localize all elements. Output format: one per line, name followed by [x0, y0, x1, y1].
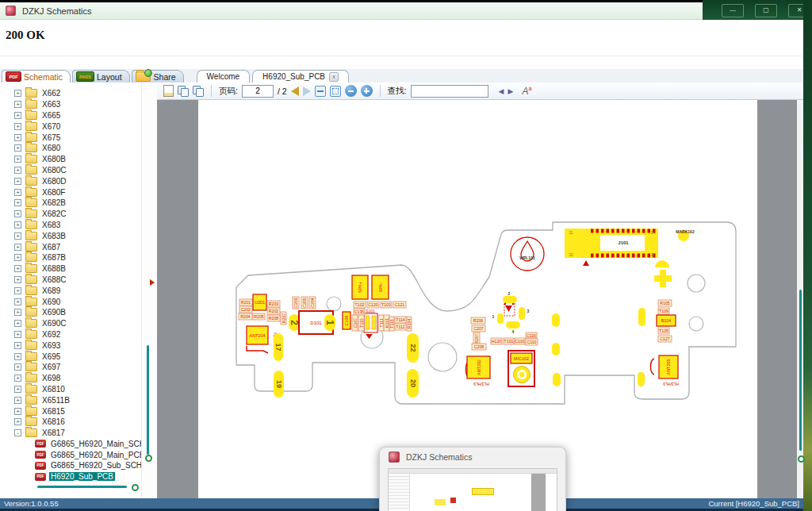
tree-folder-X690B[interactable]: +X690B	[0, 307, 141, 318]
tree-folder-X689[interactable]: +X689	[0, 285, 141, 296]
page-setup-icon[interactable]	[163, 85, 174, 97]
expand-icon[interactable]: +	[14, 298, 21, 305]
tree-doc-G6865_H6920_Sub_SCH[interactable]: PDFG6865_H6920_Sub_SCH	[0, 460, 141, 471]
next-page-icon[interactable]	[303, 86, 311, 96]
fit-width-icon[interactable]	[315, 86, 326, 97]
expand-icon[interactable]: +	[14, 408, 21, 415]
tree-folder-X688C[interactable]: +X688C	[0, 275, 141, 286]
tree-folder-X682C[interactable]: +X682C	[0, 209, 141, 220]
expand-icon[interactable]: +	[14, 397, 21, 404]
tree-folder-X680F[interactable]: +X680F	[0, 186, 141, 198]
expand-icon[interactable]: +	[14, 418, 21, 425]
tree-folder-X687B[interactable]: +X687B	[0, 252, 141, 263]
expand-icon[interactable]: +	[14, 331, 21, 338]
tree-folder-X662[interactable]: +X662	[0, 88, 141, 99]
expand-icon[interactable]: +	[14, 90, 21, 97]
tree-vertical-scrollbar[interactable]	[147, 345, 149, 455]
tree-folder-X695[interactable]: +X695	[0, 351, 141, 362]
tree-folder-X665[interactable]: +X665	[0, 110, 141, 121]
taskbar-preview-popup[interactable]: DZKJ Schematics	[379, 447, 566, 511]
maximize-button[interactable]: ▢	[755, 4, 777, 17]
previous-page-icon[interactable]	[291, 86, 299, 96]
minimize-button[interactable]: —	[722, 4, 744, 17]
tree-folder-X693[interactable]: +X693	[0, 340, 141, 351]
expand-icon[interactable]: +	[14, 375, 21, 382]
expand-icon[interactable]: +	[14, 363, 21, 371]
tab-share[interactable]: Share	[132, 70, 184, 83]
tree-folder-X6817[interactable]: -X6817	[0, 428, 141, 439]
tree-folder-X6815[interactable]: +X6815	[0, 405, 141, 417]
copy-page-icon[interactable]	[178, 86, 189, 96]
tree-folder-X682B[interactable]: +X682B	[0, 198, 141, 209]
tree-folder-X663[interactable]: +X663	[0, 99, 141, 110]
panel-collapse-arrow-icon[interactable]	[150, 279, 155, 286]
expand-icon[interactable]: +	[14, 156, 21, 163]
page-number-input[interactable]	[242, 85, 274, 98]
expand-icon[interactable]: +	[14, 320, 21, 327]
expand-icon[interactable]: +	[14, 232, 21, 240]
tree-folder-X688B[interactable]: +X688B	[0, 263, 141, 275]
tree-folder-X698[interactable]: +X698	[0, 373, 141, 384]
tree-folder-X697[interactable]: +X697	[0, 362, 141, 373]
tree-folder-X670[interactable]: +X670	[0, 121, 141, 132]
expand-icon[interactable]: +	[14, 287, 21, 294]
tab-schematic[interactable]: PDF Schematic	[2, 70, 71, 83]
tree-folder-X675[interactable]: +X675	[0, 132, 141, 143]
snapshot-icon[interactable]	[193, 86, 204, 96]
zoom-in-icon[interactable]	[361, 85, 373, 97]
find-previous-icon[interactable]: ◀	[499, 87, 504, 95]
expand-icon[interactable]: +	[14, 134, 21, 141]
expand-icon[interactable]: +	[14, 386, 21, 393]
find-input[interactable]	[411, 85, 488, 98]
expand-icon[interactable]: +	[14, 309, 21, 316]
doc-tab-h6920-sub-pcb[interactable]: H6920_Sub_PCB x	[252, 70, 349, 83]
canvas-vertical-scrollbar[interactable]	[799, 290, 802, 451]
expand-icon[interactable]: +	[14, 353, 21, 360]
expand-icon[interactable]: +	[14, 101, 21, 108]
tree-horizontal-scrollbar[interactable]	[37, 486, 127, 488]
tree-folder-X6810[interactable]: +X6810	[0, 384, 141, 395]
tree-folder-X680D[interactable]: +X680D	[0, 175, 141, 186]
tree-folder-X687[interactable]: +X687	[0, 241, 141, 252]
expand-icon[interactable]: +	[14, 342, 21, 349]
tree-folder-X692[interactable]: +X692	[0, 329, 141, 340]
document-canvas[interactable]: R201C202R204R205U201R203R202R208R207C203…	[157, 100, 797, 498]
collapse-icon[interactable]: -	[14, 429, 21, 436]
tree-hscroll-dot[interactable]	[132, 484, 139, 491]
tree-doc-G6865_H6920_Main_SCH[interactable]: PDFG6865_H6920_Main_SCH	[0, 439, 141, 450]
tree-folder-X683[interactable]: +X683	[0, 220, 141, 231]
tab-layout[interactable]: PADS Layout	[72, 70, 130, 83]
expand-icon[interactable]: +	[14, 112, 21, 119]
fit-page-icon[interactable]	[330, 86, 341, 97]
expand-icon[interactable]: +	[14, 276, 21, 283]
close-tab-icon[interactable]: x	[329, 72, 339, 82]
expand-icon[interactable]: +	[14, 199, 21, 206]
tree-scroll-dot[interactable]	[145, 455, 152, 462]
zoom-out-icon[interactable]	[345, 85, 357, 97]
expand-icon[interactable]: +	[14, 221, 21, 229]
doc-tab-welcome[interactable]: Welcome	[197, 70, 251, 83]
expand-icon[interactable]: +	[14, 210, 21, 217]
expand-icon[interactable]: +	[14, 254, 21, 261]
expand-icon[interactable]: +	[14, 144, 21, 152]
expand-icon[interactable]: +	[14, 123, 21, 130]
expand-icon[interactable]: +	[14, 178, 21, 185]
popup-thumbnail[interactable]	[388, 468, 557, 511]
titlebar[interactable]: DZKJ Schematics	[0, 2, 703, 20]
canvas-scroll-dot[interactable]	[798, 455, 805, 463]
find-next-icon[interactable]: ▶	[508, 87, 513, 95]
expand-icon[interactable]: +	[14, 244, 21, 251]
match-case-icon[interactable]: Aa	[522, 86, 531, 96]
tree-folder-X683B[interactable]: +X683B	[0, 230, 141, 241]
tree-folder-X690C[interactable]: +X690C	[0, 318, 141, 329]
tree-folder-X690[interactable]: +X690	[0, 296, 141, 307]
tree-doc-G6865_H6920_Main_PCB[interactable]: PDFG6865_H6920_Main_PCB	[0, 449, 141, 460]
tree-folder-X6816[interactable]: +X6816	[0, 417, 141, 428]
expand-icon[interactable]: +	[14, 265, 21, 272]
tree-folder-X680C[interactable]: +X680C	[0, 165, 141, 176]
expand-icon[interactable]: +	[14, 189, 21, 196]
tree-folder-X680B[interactable]: +X680B	[0, 154, 141, 165]
tree-folder-X6511B[interactable]: +X6511B	[0, 394, 141, 405]
tree-doc-H6920_Sub_PCB[interactable]: PDFH6920_Sub_PCB	[0, 471, 141, 482]
expand-icon[interactable]: +	[14, 167, 21, 174]
